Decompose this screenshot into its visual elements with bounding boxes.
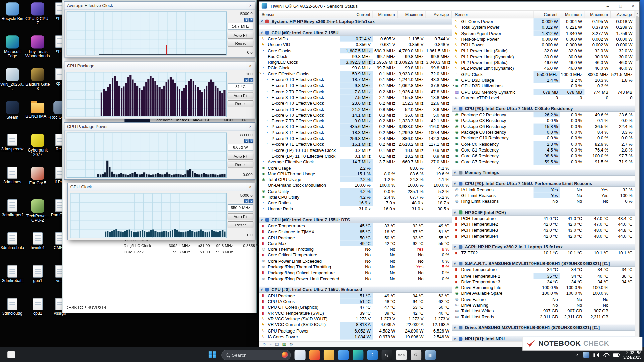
sensor-row-package-c3-residency[interactable]: ◉Package C3 Residency0.0 %0.0 %0.1 %0.0 … (452, 118, 635, 124)
desktop-icon-3dmcloudg[interactable]: 3dmcloudg (0, 298, 25, 316)
reset-button[interactable]: Reset (228, 100, 254, 107)
sensor-row-system-agent-power[interactable]: ϟSystem Agent Power1.812 W1.340 W3.277 W… (452, 30, 635, 36)
graph-window-average-effective-clock[interactable]: Average Effective Clock×5000.0▲▼14.7 MHz… (64, 1, 255, 58)
sensor-row-ring-limit-reasons[interactable]: ◎Ring Limit ReasonsNoNoNo0 % (452, 198, 635, 204)
sensor-row-e-core-1-t0-effective-clock[interactable]: ◔E-core 1 T0 Effective Clock9.8 MHz0.1 M… (259, 83, 452, 89)
desktop-icon-3dmfirebatt[interactable]: 3dmfirebatt (0, 265, 25, 283)
vertical-scrollbar[interactable]: ▲ ▼ (635, 11, 639, 341)
window-titlebar[interactable]: HWiNFO® 64 v8.22-5670 - Sensors Status –… (259, 2, 639, 11)
chevron-down-icon[interactable]: ∨ (453, 181, 456, 186)
sensor-row-p-core-9-t1-effective-clock[interactable]: ◔P-core 9 T1 Effective Clock16.1 MHz0.2 … (259, 141, 452, 147)
auto-fit-button[interactable]: Auto Fit (228, 92, 254, 99)
chevron-down-icon[interactable]: ∨ (453, 209, 456, 215)
taskbar-corner-icon[interactable] (7, 351, 15, 358)
spinner-down-icon[interactable]: ▼ (249, 139, 253, 143)
sensor-row-pl2-power-limit-static[interactable]: ϟPL2 Power Limit (Static)46.0 W46.0 W46.… (452, 60, 635, 66)
sensor-row-total-system-power[interactable]: ϟTotal System Power0.312 W0.221 W0.378 W… (452, 24, 635, 31)
sensor-row-e-core-0-t0-effective-clock[interactable]: ◔E-core 0 T0 Effective Clock18.7 MHz0.1 … (259, 77, 452, 83)
sensor-row-core-critical-temperature[interactable]: ▮Core Critical TemperatureNoNoNo0 % (259, 252, 452, 258)
taskbar-app-mhp-tool[interactable]: mhp (396, 350, 407, 360)
taskbar-app-obs-studio[interactable]: ◎ (381, 350, 392, 360)
sensor-group-cpu-0-intel-core-ultra-7-155u[interactable]: ∨CPU [#0]: Intel Core Ultra 7 155U (259, 29, 452, 36)
auto-fit-button[interactable]: Auto Fit (228, 32, 254, 39)
auto-fit-button[interactable]: Auto Fit (228, 213, 254, 220)
sensor-row-core-c7-residency[interactable]: ◉Core C7 Residency59.5 %0.0 %91.5 %71.9 … (452, 159, 635, 165)
sensor-row-vr-vcc-current-svid-iout[interactable]: ϟVR VCC Current (SVID IOUT)8.813 A4.039 … (259, 322, 452, 328)
graph-window-titlebar[interactable]: CPU Package Power× (64, 123, 255, 131)
search-input[interactable]: Search (221, 350, 291, 360)
chevron-down-icon[interactable]: ∨ (453, 324, 456, 330)
minimize-button[interactable]: – (602, 2, 614, 11)
tray-app-icon[interactable] (583, 352, 589, 358)
desktop-icon-3dmfireperf[interactable]: 3dmfireperf (0, 199, 25, 217)
desktop-icon-cpuid-cpu-z[interactable]: CPUID CPU-Z (25, 2, 50, 25)
sensor-row-package-c2-residency[interactable]: ◉Package C2 Residency26.2 %0.0 %49.6 %23… (452, 112, 635, 118)
graph-window-gpu-clock[interactable]: GPU Clock×5000.0▲▼550.0 MHzAuto FitReset… (67, 183, 255, 240)
sensor-row-core-temperatures[interactable]: ▮Core Temperatures45 °C33 °C92 °C49 °C (259, 223, 452, 229)
graph-window-titlebar[interactable]: Average Effective Clock× (64, 2, 255, 10)
column-header-minimum[interactable]: Minimum (373, 11, 398, 18)
chevron-down-icon[interactable]: ∨ (260, 217, 263, 222)
sensor-row-e-core-5-t0-effective-clock[interactable]: ◔E-core 5 T0 Effective Clock21.2 MHz0.8 … (259, 106, 452, 112)
chevron-down-icon[interactable]: ∨ (453, 261, 456, 266)
column-header-sensor[interactable]: Sensor (259, 11, 340, 18)
desktop-icon-baldurs-gate-3[interactable]: Baldurs Gate 3 (25, 68, 50, 91)
desktop-icon-win-20250[interactable]: WIN_20250... (0, 68, 25, 91)
column-header-maximum[interactable]: Maximum (585, 11, 611, 18)
sensor-row-gpu-d3d-utilizations[interactable]: ∨◉GPU D3D Utilizations0.0 %0.3 % (452, 83, 635, 89)
sensor-row-tz-tz02[interactable]: ▮TZ.TZ0210.1 °C10.1 °C10.1 °C10.1 °C (452, 250, 635, 256)
report-icon[interactable]: ▦ (282, 342, 286, 346)
sensor-row-drive-warning[interactable]: ◎Drive WarningNoNoNo (452, 302, 635, 308)
start-button[interactable] (207, 350, 217, 360)
sensor-row-average-effective-clock[interactable]: ◔Average Effective Clock14.7 MHz3.7 MHz6… (259, 159, 452, 165)
sensor-row-core-ratios[interactable]: ◔Core Ratios16.9 x7.0 x48.0 x18.7 x (259, 200, 452, 206)
sensor-row-vr-vcc-temperature-svid[interactable]: ▮VR VCC Temperature (SVID)39 °C39 °C42 °… (259, 310, 452, 316)
sensor-row-core-c1-residency[interactable]: ◉Core C1 Residency4.5 %0.0 %76.4 %2.8 % (452, 147, 635, 153)
sensor-row-gpu-d3d-usage[interactable]: ◉GPU D3D Usage1.4 %1.2 %10.3 %1.8 % (452, 77, 635, 83)
maximize-button[interactable]: □ (614, 2, 627, 11)
spinner-up-icon[interactable]: ▲ (244, 78, 248, 82)
sensor-row-uncore-vid[interactable]: ϟUncore VID0.856 V0.681 V0.856 V0.848 V (259, 42, 452, 48)
sensor-row-core-usage[interactable]: ◉Core Usage2.2 %83.6 %4.1 % (259, 165, 452, 171)
sensor-row-gpu-d3d-memory-dynamic[interactable]: ▦GPU D3D Memory Dynamic678 MB678 MB774 M… (452, 89, 635, 95)
taskbar-app-file-explorer[interactable] (323, 350, 334, 360)
spinner-down-icon[interactable]: ▼ (249, 78, 253, 82)
sensor-row-package-ring-thermal-throttling[interactable]: ◎Package/Ring Thermal ThrottlingNoNoYes5… (259, 264, 452, 270)
spinner-up-icon[interactable]: ▲ (244, 199, 248, 203)
chevron-down-icon[interactable]: ∨ (453, 106, 456, 111)
scroll-up-arrow[interactable]: ▲ (635, 11, 639, 15)
column-header-current[interactable]: Current (340, 11, 373, 18)
clock-date[interactable]: 2:02 PM 3/24/2025 (623, 350, 642, 360)
sensor-row-cpu-ia-cores[interactable]: ▮CPU IA Cores51 °C48 °C94 °C62 °C (259, 298, 452, 304)
sensor-group-memory-timings[interactable]: ∨Memory Timings (452, 170, 635, 176)
close-icon[interactable]: × (247, 124, 254, 130)
column-header-sensor[interactable]: Sensor (452, 11, 533, 18)
reset-button[interactable]: Reset (228, 40, 254, 47)
reset-clock-icon[interactable]: ↺ (262, 342, 266, 346)
taskbar-app-edge[interactable] (353, 350, 363, 360)
sensor-row-e-core-7-t0-effective-clock[interactable]: ◔E-core 7 T0 Effective Clock9.0 MHz0.2 M… (259, 118, 452, 124)
sensor-row-core-vids[interactable]: ϟCore VIDs0.714 V0.605 V1.195 V0.744 V (259, 36, 452, 42)
column-header-maximum[interactable]: Maximum (398, 11, 426, 18)
taskbar-app-settings[interactable]: ⚙ (410, 350, 421, 360)
reset-button[interactable]: Reset (228, 221, 254, 228)
sensor-row-total-cpu-usage[interactable]: ◉Total CPU Usage2.2 %1.2 %24.3 %4.1 % (259, 177, 452, 183)
settings-icon[interactable]: ⚙ (289, 342, 293, 346)
sensor-row-cpu-package[interactable]: ▮CPU Package50 °C50 °C93 °C55 °C (259, 235, 452, 241)
sensor-row-gt-cores-power[interactable]: ϟGT Cores Power0.009 W0.004 W0.195 W0.01… (452, 18, 635, 24)
sensor-row-pl2-power-limit-dynamic[interactable]: ϟPL2 Power Limit (Dynamic)46.0 W46.0 W46… (452, 65, 635, 71)
sensor-row-core-thermal-throttling[interactable]: ◎Core Thermal ThrottlingNoNoYes8 % (259, 246, 452, 252)
sensor-row-cpu-package[interactable]: ▮CPU Package51 °C49 °C94 °C62 °C (259, 293, 452, 299)
sensor-group-cpu-0-intel-core-ultra-7-155u-dts[interactable]: ∨CPU [#0]: Intel Core Ultra 7 155U: DTS (259, 217, 452, 223)
sensor-row-total-cpu-utility[interactable]: ◉Total CPU Utility4.2 %2.4 %67.7 %5.2 % (259, 194, 452, 200)
sensor-row-core-utility[interactable]: ◉Core Utility4.2 %0.0 %235.1 %5.2 % (259, 188, 452, 194)
spinner-down-icon[interactable]: ▼ (249, 199, 253, 203)
sensor-row-cpu-package-power[interactable]: ϟCPU Package Power6.052 W4.582 W24.890 W… (259, 328, 452, 334)
sensor-row-core-distance-to-tjmax[interactable]: ▮Core Distance to TjMAX65 °C18 °C67 °C61… (259, 229, 452, 235)
sensor-group-s-m-a-r-t-samsung-mzvl81t0helb-00bh1-s79unx0x663821-c[interactable]: ∨S.M.A.R.T.: SAMSUNG MZVL81T0HELB-00BH1 … (452, 261, 635, 267)
sensor-row-core-clocks[interactable]: ◔Core Clocks1,687.5 MHz698.3 MHz4,789.0 … (259, 48, 452, 54)
column-header-average[interactable]: Average (426, 11, 452, 18)
sensor-row-e-core-4-t0-effective-clock[interactable]: ◔E-core 4 T0 Effective Clock23.6 MHz6.2 … (259, 100, 452, 106)
sensor-group-acpi-hp-hp-envy-x360-2-in-1-laptop-15-fe1xxx[interactable]: ∨ACPI: HP HP Envy x360 2-in-1 Laptop 15-… (452, 244, 635, 250)
sensor-row-bus-clock[interactable]: ◔Bus Clock99.8 MHz99.7 MHz99.8 MHz99.8 M… (259, 53, 452, 59)
